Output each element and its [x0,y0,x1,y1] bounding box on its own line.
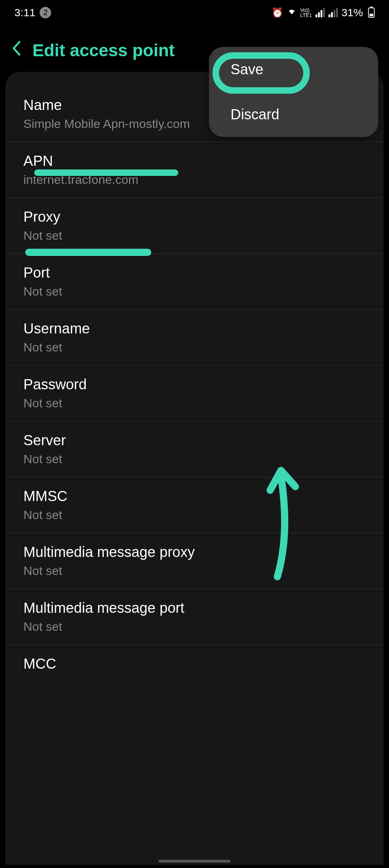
row-proxy[interactable]: Proxy Not set [5,198,384,254]
status-right: ⏰ Vo)) LTE1 31% [272,6,375,19]
signal-icon-1 [316,8,325,17]
battery-percent: 31% [341,6,363,19]
row-label: Password [23,376,366,393]
wifi-icon [287,7,297,18]
row-label: Server [23,432,366,448]
row-label: Username [23,320,366,337]
row-value: Not set [23,620,366,634]
nav-handle[interactable] [158,860,231,863]
row-mcc[interactable]: MCC [5,645,384,686]
status-time: 3:11 [14,6,35,19]
status-bar: 3:11 2 ⏰ Vo)) LTE1 31% [0,0,389,25]
overflow-menu: Save Discard [209,47,378,137]
row-mmsc[interactable]: MMSC Not set [5,477,384,533]
row-mms-port[interactable]: Multimedia message port Not set [5,589,384,645]
page-title: Edit access point [32,40,175,60]
row-label: APN [23,153,366,169]
row-label: Proxy [23,209,366,225]
menu-save[interactable]: Save [209,47,378,92]
status-left: 3:11 2 [14,6,51,19]
row-label: Port [23,265,366,281]
menu-discard[interactable]: Discard [209,92,378,137]
settings-list: Name Simple Mobile Apn-mostly.com APN in… [5,72,384,865]
row-value: Not set [23,396,366,410]
row-username[interactable]: Username Not set [5,310,384,366]
row-server[interactable]: Server Not set [5,421,384,477]
status-notif-count: 2 [40,7,51,18]
row-value: Not set [23,508,366,522]
row-label: Multimedia message port [23,600,366,616]
row-value: Not set [23,229,366,243]
row-value: Not set [23,452,366,466]
row-label: MMSC [23,488,366,504]
back-button[interactable] [11,40,22,61]
alarm-icon: ⏰ [272,7,283,18]
row-label: Multimedia message proxy [23,544,366,560]
row-value: Not set [23,564,366,578]
row-label: MCC [23,656,366,672]
volte-icon: Vo)) LTE1 [300,8,312,18]
row-apn[interactable]: APN internet.tracfone.com [5,142,384,198]
row-value: internet.tracfone.com [23,173,366,187]
battery-icon [368,8,375,18]
row-value: Not set [23,340,366,354]
row-port[interactable]: Port Not set [5,254,384,310]
row-value: Not set [23,284,366,298]
row-mms-proxy[interactable]: Multimedia message proxy Not set [5,533,384,589]
signal-icon-2 [328,8,338,17]
row-password[interactable]: Password Not set [5,366,384,421]
